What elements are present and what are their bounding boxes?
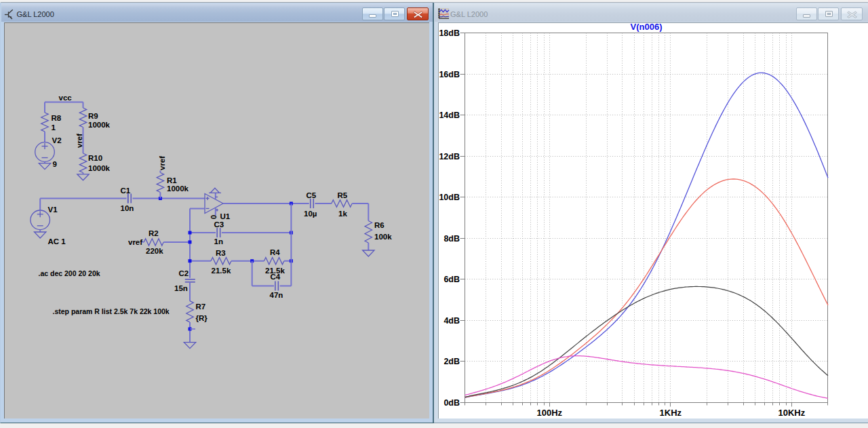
svg-text:R9: R9 [88,112,98,120]
svg-text:R5: R5 [338,191,348,199]
svg-text:2dB: 2dB [443,357,460,366]
svg-text:0dB: 0dB [443,398,460,408]
svg-text:V(n006): V(n006) [631,22,663,32]
svg-text:16dB: 16dB [439,70,460,79]
svg-text:100k: 100k [374,233,392,241]
svg-text:10KHz: 10KHz [778,408,805,418]
svg-text:R4: R4 [270,248,280,256]
svg-text:vref: vref [158,156,166,170]
svg-text:U1: U1 [220,212,231,220]
svg-text:8dB: 8dB [443,234,460,244]
svg-text:1000k: 1000k [167,184,189,193]
svg-text:6dB: 6dB [443,275,460,284]
svg-text:V1: V1 [48,206,58,214]
svg-text:R10: R10 [88,154,102,162]
svg-text:21.5k: 21.5k [212,267,231,275]
svg-text:1000k: 1000k [88,164,111,172]
svg-text:12dB: 12dB [439,152,460,161]
svg-text:.step param R list 2.5k 7k 22k: .step param R list 2.5k 7k 22k 100k [53,307,170,315]
svg-text:100Hz: 100Hz [537,408,563,418]
svg-text:AC 1: AC 1 [48,237,66,246]
svg-text:.ac dec 200 20 20k: .ac dec 200 20 20k [39,269,100,277]
svg-text:C4: C4 [271,273,281,281]
svg-text:47n: 47n [270,291,283,299]
svg-text:10µ: 10µ [304,210,317,218]
svg-text:R7: R7 [196,303,206,311]
svg-text:15n: 15n [174,284,188,292]
svg-text:R2: R2 [149,229,159,237]
svg-text:1000k: 1000k [88,121,111,129]
svg-text:18dB: 18dB [439,28,460,38]
svg-text:V2: V2 [52,136,62,144]
svg-text:{R}: {R} [196,314,208,322]
svg-text:R8: R8 [52,114,62,122]
svg-text:1n: 1n [214,237,223,246]
svg-text:4dB: 4dB [443,316,460,326]
svg-text:R6: R6 [374,221,384,229]
svg-text:0: 0 [210,215,218,219]
svg-text:1k: 1k [338,210,347,218]
svg-text:10dB: 10dB [439,193,460,202]
svg-text:C5: C5 [307,191,317,199]
svg-text:9: 9 [53,160,57,168]
svg-text:vcc: vcc [59,94,73,102]
svg-text:C2: C2 [179,269,189,277]
svg-text:vref: vref [75,134,83,148]
svg-text:14dB: 14dB [439,111,460,120]
svg-text:C1: C1 [121,187,131,195]
svg-text:10n: 10n [121,204,134,212]
svg-text:C3: C3 [214,220,224,229]
svg-text:1KHz: 1KHz [660,408,682,418]
svg-text:220k: 220k [146,247,163,255]
svg-text:vref: vref [128,238,142,246]
svg-text:R3: R3 [216,249,226,257]
svg-text:R1: R1 [167,176,177,184]
svg-text:1: 1 [52,123,56,132]
